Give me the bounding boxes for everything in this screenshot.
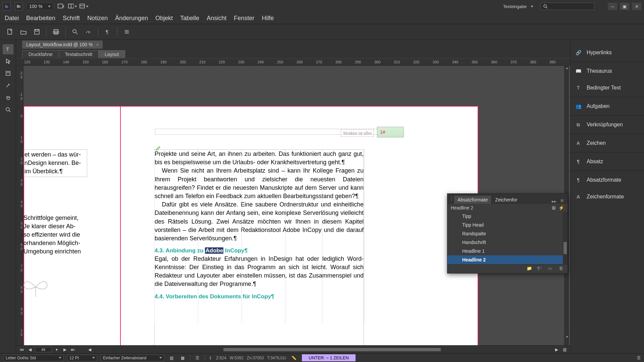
open-icon[interactable] [17, 26, 30, 38]
spellcheck-icon[interactable]: ✓B [82, 26, 95, 38]
view-tab-layout[interactable]: Layout [98, 50, 125, 58]
panel-absatz[interactable]: ¶Absatz [571, 153, 644, 170]
list-item[interactable]: Headline 2 [447, 255, 568, 264]
minimize-button[interactable]: ─ [608, 3, 617, 10]
text-frame-left[interactable]: et werden – das wür- nDesign kennen. Be-… [23, 149, 87, 345]
status-menu-icon[interactable]: ☰ [637, 356, 641, 360]
screen-mode-icon[interactable] [56, 2, 66, 11]
font-combo[interactable]: Letter Gothic Std [3, 355, 64, 361]
tab-absatzformate[interactable]: Absatzformate [454, 196, 491, 204]
panel-menu-icon[interactable]: ≡ [558, 198, 566, 204]
page-dropdown[interactable]: ▾ [54, 347, 60, 352]
menu-hilfe[interactable]: Hilfe [262, 15, 274, 22]
split-view-button[interactable]: ▥ [561, 347, 568, 352]
arrange-icon[interactable] [68, 2, 77, 11]
text-frame-main[interactable]: Projekte und seine Art, an ihnen zu arbe… [154, 149, 364, 345]
current-style-label: Headline 2 [451, 205, 473, 210]
panel-aufgaben[interactable]: 👥Aufgaben [571, 98, 644, 115]
new-doc-icon[interactable] [3, 26, 17, 38]
maximize-button[interactable]: ▣ [620, 3, 629, 10]
search-input[interactable] [541, 3, 594, 10]
paragraph-icon: ¶ [575, 158, 582, 165]
folder-icon[interactable]: 📁 [527, 266, 533, 272]
scrollbar-horizontal[interactable] [97, 347, 549, 352]
collapse-icon[interactable]: ▸▸ [550, 199, 558, 204]
heading-4-3: 4.3. Anbindung zu Adobe InCopy¶ [155, 247, 364, 255]
list-item[interactable]: Handschrift [447, 238, 568, 247]
next-page-button[interactable]: ▶ [62, 347, 68, 352]
workspace-combo[interactable]: Texteingabe [500, 3, 536, 10]
body-text: Egal, ob der Redakteur Erfahrungen in In… [155, 255, 364, 289]
page-number-input[interactable] [35, 347, 52, 352]
new-style-icon[interactable]: ⊞ [552, 205, 556, 210]
menu-tabelle[interactable]: Tabelle [180, 15, 199, 22]
align-left-icon[interactable]: ☰ [194, 356, 201, 360]
note-tool[interactable] [3, 68, 13, 78]
size-combo[interactable]: 12 Pt [67, 355, 97, 361]
list-item[interactable]: Tipp Head [447, 221, 568, 229]
scroll-left-button[interactable]: ◀ [87, 347, 93, 352]
clear-overrides-icon[interactable]: ¶⁺ [537, 266, 543, 272]
list-item[interactable]: Tipp [447, 212, 568, 221]
panel-bedingter-text[interactable]: TBedingter Text [571, 79, 644, 96]
hand-tool[interactable] [3, 93, 13, 103]
close-icon[interactable]: × [96, 42, 99, 47]
menu-datei[interactable]: Datei [5, 15, 19, 22]
panel-zeichen[interactable]: AZeichen [571, 135, 644, 152]
quick-apply-icon[interactable]: ⚡ [558, 205, 564, 210]
info-icon[interactable]: ℹ [208, 356, 213, 360]
scroll-right-button[interactable]: ▶ [553, 347, 559, 352]
text-wrap-icon[interactable]: ▦ [179, 356, 186, 360]
panel-thesaurus[interactable]: 📖Thesaurus [571, 63, 644, 79]
close-button[interactable]: ✕ [632, 3, 641, 10]
svg-rect-9 [36, 29, 38, 31]
list-item[interactable]: Headline 1 [447, 247, 568, 255]
panel-hyperlinks[interactable]: 🔗Hyperlinks [571, 44, 644, 61]
scrollbar-vertical[interactable] [563, 212, 568, 264]
menu-aenderungen[interactable]: Änderungen [115, 15, 148, 22]
prev-page-button[interactable]: ◀ [27, 347, 33, 352]
view-tab-druckfahne[interactable]: Druckfahne [22, 50, 59, 58]
menu-notizen[interactable]: Notizen [87, 15, 108, 22]
zoom-tool[interactable] [3, 105, 13, 115]
panel-verknuepfungen[interactable]: ⧉Verknüpfungen [571, 116, 644, 133]
body-text: et werden – das wür- nDesign kennen. Be-… [24, 150, 86, 176]
body-text: Projekte und seine Art, an ihnen zu arbe… [155, 150, 364, 167]
menu-objekt[interactable]: Objekt [155, 15, 173, 22]
type-tool[interactable]: T [3, 44, 13, 54]
body-text: Schrittfolge gemeint, Je klarer dieser A… [23, 214, 87, 256]
menu-schrift[interactable]: Schrift [63, 15, 80, 22]
view-tab-textabschnitt[interactable]: Textabschnitt [59, 50, 99, 58]
toolbar-menu-icon[interactable] [120, 26, 133, 38]
last-page-button[interactable]: ⏭ [70, 347, 76, 352]
panel-zeichenformate[interactable]: AZeichenformate [571, 188, 644, 205]
menu-fenster[interactable]: Fenster [234, 15, 254, 22]
menu-bearbeiten[interactable]: Bearbeiten [26, 15, 55, 22]
zoom-combo[interactable]: 100 % [27, 3, 53, 10]
panel-grip-icon[interactable]: ⋮⋮ [449, 196, 454, 201]
trash-icon[interactable]: 🗑 [559, 266, 565, 272]
new-icon[interactable]: ▭ [548, 266, 554, 272]
direct-select-tool[interactable] [3, 56, 13, 66]
bridge-icon[interactable]: Br [15, 2, 23, 10]
svg-text:B: B [88, 31, 90, 34]
print-icon[interactable] [49, 26, 63, 38]
chevron-down-icon [48, 6, 51, 7]
heading-4-4: 4.4. Vorbereiten des Dokuments für InCop… [155, 293, 364, 301]
column-icon[interactable]: ▥ [168, 356, 175, 360]
view-options-icon[interactable] [79, 2, 89, 11]
find-icon[interactable] [68, 26, 82, 38]
svg-point-5 [544, 5, 546, 7]
first-page-button[interactable]: ⏮ [19, 347, 25, 352]
show-hidden-icon[interactable]: ¶ [101, 26, 114, 38]
eyedropper-tool[interactable] [3, 80, 13, 90]
save-icon[interactable] [30, 26, 44, 38]
ruler-icon[interactable]: 📏 [289, 356, 299, 360]
document-tab[interactable]: Layout_Workflow.indd @ 100 % × [22, 41, 103, 49]
list-item[interactable]: Randspalte [447, 229, 568, 238]
absatzformate-panel[interactable]: ⋮⋮ Absatzformate Zeichenfor ▸▸ ≡ Headlin… [447, 193, 568, 274]
tab-zeichenformate[interactable]: Zeichenfor [492, 196, 521, 204]
panel-absatzformate[interactable]: ¶Absatzformate [571, 172, 644, 188]
leading-combo[interactable]: Einfacher Zeilenabstand [101, 355, 164, 361]
menu-ansicht[interactable]: Ansicht [207, 15, 226, 22]
